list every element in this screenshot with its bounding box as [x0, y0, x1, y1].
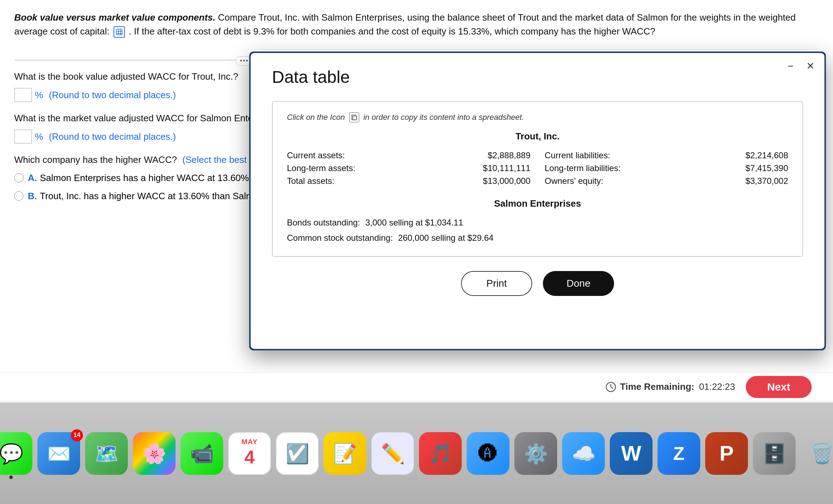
zoom-icon: Z [673, 443, 685, 464]
q2-hint: (Round to two decimal places.) [49, 131, 176, 142]
salmon-title: Salmon Enterprises [287, 198, 788, 209]
question-bold: Book value versus market value component… [14, 12, 215, 23]
minimize-button[interactable]: − [785, 59, 796, 73]
dock-systemprefs[interactable]: ⚙️ [514, 432, 557, 475]
calendar-month: MAY [229, 438, 270, 446]
copy-text2: in order to copy its content into a spre… [363, 113, 524, 122]
modal-controls: − ✕ [785, 59, 817, 73]
current-liabilities-row: Current liabilities: $2,214,608 [545, 149, 788, 162]
word-icon: W [621, 441, 641, 466]
maps-icon: 🗺️ [95, 444, 119, 463]
bottom-bar: Time Remaining: 01:22:23 Next [0, 372, 833, 401]
long-term-assets-row: Long-term assets: $10,111,111 [287, 162, 530, 175]
dock: 💬 ✉️ 14 🗺️ 🌸 📹 MAY 4 ☑️ 📝 ✏️ 🎵 🅐 [0, 403, 833, 504]
messages-dot [9, 476, 13, 479]
main-content: Book value versus market value component… [0, 0, 833, 391]
salmon-data: Bonds outstanding: 3,000 selling at $1,0… [287, 215, 788, 245]
copy-icon[interactable] [349, 112, 359, 122]
dock-notes[interactable]: 📝 [324, 432, 366, 475]
current-assets-row: Current assets: $2,888,889 [287, 149, 530, 162]
svg-line-10 [611, 387, 613, 388]
appstore-icon: 🅐 [478, 444, 498, 463]
messages-icon: 💬 [0, 444, 23, 463]
data-table-modal: − ✕ Data table Click on the Icon [249, 52, 826, 350]
option-b-letter: B. [28, 191, 37, 202]
owners-equity-row: Owners' equity: $3,370,002 [545, 175, 788, 187]
dock-word[interactable]: W [610, 432, 653, 475]
q2-percent: % [35, 131, 43, 142]
dock-maps[interactable]: 🗺️ [85, 432, 128, 475]
dock-icloud[interactable]: ☁️ [562, 432, 605, 475]
music-icon: 🎵 [429, 444, 452, 463]
dock-appstore[interactable]: 🅐 [467, 432, 509, 475]
dock-powerpoint[interactable]: P [705, 432, 748, 475]
total-assets-row: Total assets: $13,000,000 [287, 175, 530, 187]
divider: ••• [14, 60, 256, 60]
freeform-icon: ✏️ [381, 444, 405, 463]
calendar-date: 4 [245, 446, 255, 468]
modal-title: Data table [272, 67, 803, 87]
question-header: Book value versus market value component… [14, 11, 819, 38]
dock-mail[interactable]: ✉️ 14 [37, 432, 80, 475]
question-text2: . If the after-tax cost of debt is 9.3% … [129, 26, 655, 37]
mail-icon: ✉️ [47, 444, 71, 463]
option-a-letter: A. [28, 173, 37, 184]
stock-row: Common stock outstanding: 260,000 sellin… [287, 230, 788, 245]
close-button[interactable]: ✕ [803, 59, 817, 73]
trout-title: Trout, Inc. [287, 131, 788, 142]
trout-right-col: Current liabilities: $2,214,608 Long-ter… [545, 149, 788, 187]
next-button[interactable]: Next [746, 376, 812, 398]
copy-text1: Click on the Icon [287, 113, 345, 122]
systemprefs-icon: ⚙️ [524, 444, 548, 463]
powerpoint-icon: P [719, 441, 734, 466]
trout-left-col: Current assets: $2,888,889 Long-term ass… [287, 149, 530, 187]
notes-icon: 📝 [333, 444, 357, 463]
trout-data-grid: Current assets: $2,888,889 Long-term ass… [287, 149, 788, 187]
facetime-icon: 📹 [190, 444, 214, 463]
time-remaining: Time Remaining: 01:22:23 [605, 381, 735, 393]
table-icon[interactable] [114, 26, 125, 38]
modal-inner: − ✕ Data table Click on the Icon [251, 53, 824, 349]
time-label: Time Remaining: 01:22:23 [620, 381, 735, 392]
modal-buttons: Print Done [272, 271, 803, 296]
dock-messages[interactable]: 💬 [0, 432, 32, 475]
dock-trash[interactable]: 🗑️ [801, 432, 833, 475]
long-term-liabilities-row: Long-term liabilities: $7,415,390 [545, 162, 788, 175]
clock-icon [605, 381, 617, 393]
trash-icon: 🗑️ [810, 444, 833, 463]
dock-zoom[interactable]: Z [658, 432, 700, 475]
photos-icon: 🌸 [142, 444, 166, 463]
icloud-icon: ☁️ [572, 444, 596, 463]
archive-icon: 🗄️ [763, 444, 786, 463]
mail-badge: 14 [71, 429, 83, 441]
svg-rect-0 [116, 29, 122, 35]
q1-input[interactable] [14, 88, 32, 102]
reminders-icon: ☑️ [285, 444, 309, 463]
q2-input[interactable] [14, 129, 32, 144]
q1-hint: (Round to two decimal places.) [49, 90, 176, 101]
copy-instruction: Click on the Icon in order to copy its c… [287, 112, 788, 122]
dock-archive[interactable]: 🗄️ [753, 432, 796, 475]
dock-facetime[interactable]: 📹 [180, 432, 223, 475]
bonds-row: Bonds outstanding: 3,000 selling at $1,0… [287, 215, 788, 230]
dock-music[interactable]: 🎵 [419, 432, 462, 475]
svg-rect-6 [353, 116, 357, 120]
dock-freeform[interactable]: ✏️ [371, 432, 414, 475]
dock-reminders[interactable]: ☑️ [276, 432, 319, 475]
dock-photos[interactable]: 🌸 [133, 432, 175, 475]
done-button[interactable]: Done [543, 271, 614, 296]
radio-b[interactable] [14, 191, 23, 201]
q1-percent: % [35, 90, 43, 101]
dock-calendar[interactable]: MAY 4 [228, 432, 271, 475]
data-table-content: Click on the Icon in order to copy its c… [272, 101, 803, 257]
print-button[interactable]: Print [461, 271, 532, 296]
radio-a[interactable] [14, 173, 23, 182]
